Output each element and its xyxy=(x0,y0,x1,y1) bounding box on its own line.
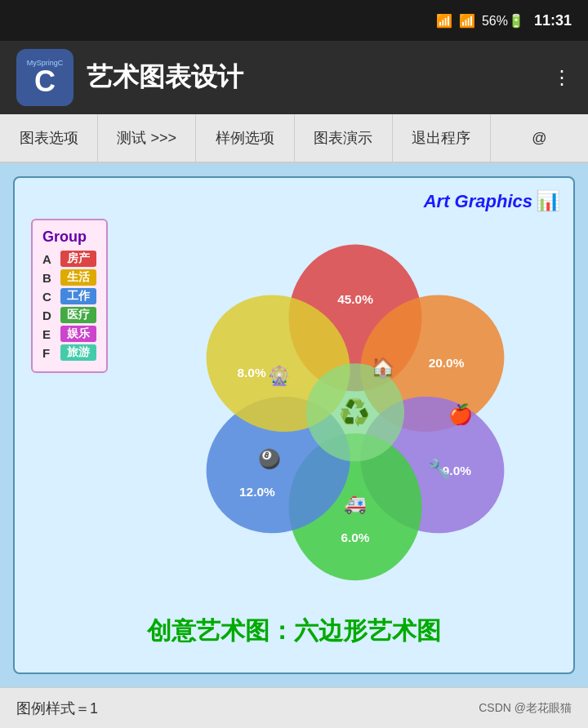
signal-icon: 📶 xyxy=(459,13,475,29)
svg-text:🔧: 🔧 xyxy=(428,458,451,480)
footer-right: CSDN @老花眼猫 xyxy=(479,701,572,716)
svg-text:20.0%: 20.0% xyxy=(429,356,465,370)
flower-chart: 45.0% 20.0% 9.0% 6.0% 12.0% 8.0% 🏠 🍎 🔧 🚑… xyxy=(145,227,565,591)
svg-text:45.0%: 45.0% xyxy=(337,292,373,306)
nav-item-chartoptions[interactable]: 图表选项 xyxy=(0,114,98,162)
nav-item-chartdemo[interactable]: 图表演示 xyxy=(295,114,393,162)
svg-text:🍎: 🍎 xyxy=(448,402,473,426)
footer-left: 图例样式＝1 xyxy=(16,699,98,718)
legend-title: Group xyxy=(42,229,96,246)
svg-text:8.0%: 8.0% xyxy=(237,366,265,380)
wifi-icon: 📶 xyxy=(436,13,452,29)
svg-text:12.0%: 12.0% xyxy=(239,485,275,499)
menu-icon[interactable]: ⋮ xyxy=(552,66,572,89)
legend-item-f: F 旅游 xyxy=(42,344,96,361)
nav-item-sampleoptions[interactable]: 样例选项 xyxy=(196,114,294,162)
status-bar: 📶 📶 56%🔋 11:31 xyxy=(0,0,588,41)
app-icon: MySpringC C xyxy=(16,49,74,106)
battery-status: 56%🔋 xyxy=(482,13,524,29)
svg-text:🏠: 🏠 xyxy=(371,355,395,379)
app-header: MySpringC C 艺术图表设计 ⋮ xyxy=(0,41,588,114)
legend-item-e: E 娱乐 xyxy=(42,326,96,342)
chart-bottom-text: 创意艺术图：六边形艺术图 xyxy=(15,615,573,648)
nav-bar: 图表选项 测试 >>> 样例选项 图表演示 退出程序 @ xyxy=(0,114,588,163)
flower-svg: 45.0% 20.0% 9.0% 6.0% 12.0% 8.0% 🏠 🍎 🔧 🚑… xyxy=(145,227,565,591)
status-time: 11:31 xyxy=(534,12,572,29)
svg-text:🎡: 🎡 xyxy=(268,365,291,387)
main-content: Art Graphics 📊 Group A 房产 B 生活 C 工作 D 医疗… xyxy=(0,163,588,687)
svg-text:6.0%: 6.0% xyxy=(341,530,369,544)
legend-item-d: D 医疗 xyxy=(42,307,96,323)
nav-item-exit[interactable]: 退出程序 xyxy=(393,114,491,162)
legend-item-c: C 工作 xyxy=(42,288,96,304)
chart-title: Art Graphics xyxy=(424,191,532,212)
chart-title-icon: 📊 xyxy=(536,189,560,212)
footer: 图例样式＝1 CSDN @老花眼猫 xyxy=(0,687,588,728)
legend-item-b: B 生活 xyxy=(42,269,96,286)
status-icons: 📶 📶 56%🔋 xyxy=(436,13,524,29)
legend-item-a: A 房产 xyxy=(42,251,96,267)
app-title: 艺术图表设计 xyxy=(87,60,243,95)
svg-text:🎱: 🎱 xyxy=(258,448,281,470)
chart-container: Art Graphics 📊 Group A 房产 B 生活 C 工作 D 医疗… xyxy=(13,176,575,674)
svg-text:♻️: ♻️ xyxy=(340,397,372,428)
nav-item-test[interactable]: 测试 >>> xyxy=(98,114,196,162)
app-header-left: MySpringC C 艺术图表设计 xyxy=(16,49,243,106)
legend: Group A 房产 B 生活 C 工作 D 医疗 E 娱乐 F xyxy=(31,219,108,373)
app-icon-char: C xyxy=(34,67,56,96)
svg-text:🚑: 🚑 xyxy=(344,493,367,515)
nav-item-at[interactable]: @ xyxy=(491,114,588,162)
